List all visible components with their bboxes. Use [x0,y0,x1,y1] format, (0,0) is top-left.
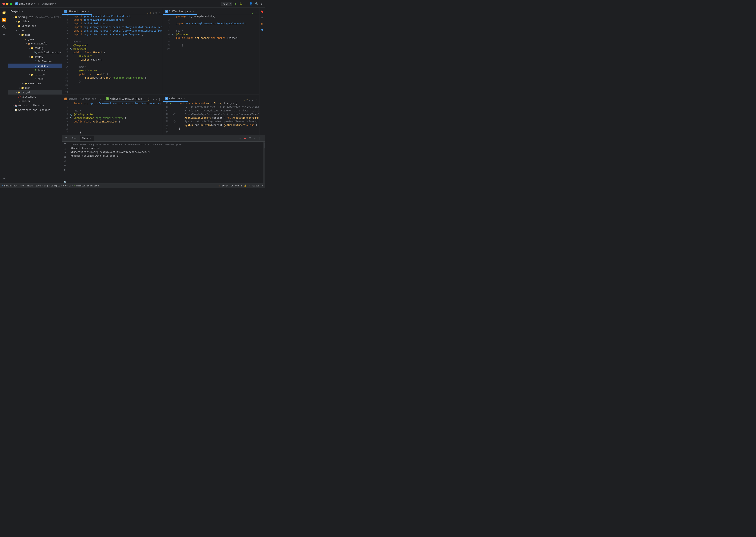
tree-item-springtest[interactable]: ▼ 📁 SpringTest ~/Desktop/CS/JavaEE/2 Jav… [8,15,62,19]
tree-item-target[interactable]: ▶ 📁 target [8,90,62,95]
tree-item-springtest-folder[interactable]: ▶ 📁 SpringTest [8,24,62,28]
terminal-scroll-top[interactable]: ∧ [63,147,67,150]
terminal-icon-text[interactable]: T [64,136,68,141]
tree-item-idea[interactable]: ▶ 📁 .idea [8,19,62,24]
more-options-icon[interactable]: ⋮ [158,12,161,15]
more-options-bottom[interactable]: ⋮ [158,98,161,101]
tree-item-org-example[interactable]: ▼ 📦 org.example [8,41,62,46]
tree-item-test[interactable]: ▶ 📁 test [8,86,62,90]
close-main-tab[interactable]: ✕ [183,97,186,100]
expand-icon[interactable]: ⤢ [261,185,263,187]
ai-icon[interactable]: ✦ [260,33,264,38]
terminal-type-icon[interactable]: T [63,143,67,146]
tree-item-pomxml[interactable]: m pom.xml [8,99,62,103]
tab-main-terminal[interactable]: Main ✕ [80,136,94,141]
more-terminal[interactable]: ⋮ [258,136,262,141]
encoding-indicator[interactable]: UTF-8 [235,185,242,187]
tab-student-java[interactable]: J Student.java ✕ [63,9,92,15]
code-line-16: 16 [63,62,163,65]
tree-item-artteacher[interactable]: C ArtTeacher [8,59,62,63]
tree-item-gitignore[interactable]: 🚫 .gitignore [8,95,62,99]
profile-button[interactable]: 👤 [249,2,252,5]
more-button[interactable]: ⋯ [245,2,246,5]
tree-item-teacher[interactable]: I Teacher [8,68,62,72]
close-student-tab[interactable]: ✕ [87,10,90,13]
tab-run[interactable]: Run [70,136,78,141]
tree-item-external-libs[interactable]: ▶ 📚 External Libraries [8,103,62,108]
maximize-dot[interactable] [10,3,12,5]
activity-vcs[interactable]: 🔀 [1,17,7,23]
close-pom-tab[interactable]: ✕ [99,98,102,101]
minimize-dot[interactable] [6,3,9,5]
project-name[interactable]: ST SpringTest ▼ [15,2,35,5]
run-config-selector[interactable]: Main ▼ [221,2,233,6]
terminal-panel: T Run Main ✕ ↺ ■ ⛨ ⇄ ⋮ T [63,135,265,183]
scroll-down-main[interactable]: ∨ [252,99,254,102]
tab-main-java[interactable]: J Main.java ✕ [163,96,188,102]
window-controls [2,3,12,5]
scroll-up-bottom[interactable]: ∧ [153,98,154,101]
tree-item-scratches[interactable]: ▶ 📝 Scratches and Consoles [8,108,62,112]
line-col-indicator[interactable]: 10:14 [222,185,229,187]
terminal-up-icon[interactable]: ↑ [63,172,67,175]
more-options-main[interactable]: ⋮ [255,99,258,102]
terminal-tab-bar: T Run Main ✕ ↺ ■ ⛨ ⇄ ⋮ [63,135,265,142]
search-button[interactable]: 🔍 [255,2,258,5]
debug-button[interactable]: 🐛 [239,2,243,5]
tab-pomxml[interactable]: m pom.xml (SpringTest) ✕ [63,96,104,102]
terminal-wrap-icon[interactable]: ⏎ [63,160,67,163]
tree-item-resources[interactable]: ▶ 📁 resources [8,81,62,86]
bookmark-icon[interactable]: 🔖 [260,9,264,14]
filter-icon[interactable]: ⇄ [253,136,257,141]
tree-item-config[interactable]: ▼ 📁 config [8,46,62,50]
more-artteacher[interactable]: ⋮ [255,12,258,15]
tree-item-student[interactable]: C Student [8,63,62,68]
stop-icon[interactable]: ■ [243,136,247,141]
close-main-terminal[interactable]: ✕ [89,137,92,140]
activity-project[interactable]: 📁 [1,9,7,16]
scroll-down-icon[interactable]: ∨ [156,12,157,15]
vcs-icon[interactable]: ✓ [2,185,3,187]
terminal-collapse-icon[interactable]: ⊟ [63,164,67,167]
tree-item-main-class[interactable]: C Main [8,77,62,81]
terminal-block-icon[interactable]: ▦ [63,155,67,158]
activity-more[interactable]: ⋯ [1,175,7,182]
scroll-up-icon[interactable]: ∧ [153,12,154,15]
terminal-output-2: Student(teacher=org.example.entity.ArtTe… [70,150,261,154]
terminal-scrollbar[interactable] [263,142,265,183]
branch-selector[interactable]: ⎇ master ▼ [42,2,56,5]
terminal-search-icon[interactable]: 🔍 [63,181,67,183]
coverage-icon[interactable]: ⛨ [248,136,252,141]
terminal-expand-icon[interactable]: ▶ [63,168,67,171]
kotlin-version-icon[interactable]: K [219,185,220,187]
tree-item-entity[interactable]: ▼ 📁 entity [8,55,62,59]
tree-item-main-folder[interactable]: ▼ 📁 main [8,33,62,37]
tree-item-mainconfiguration[interactable]: 🔧 MainConfiguration [8,50,62,55]
tree-item-java[interactable]: ▼ ☕ java [8,37,62,41]
kotlin-icon[interactable]: m [260,21,264,26]
scroll-up-main[interactable]: ∧ [249,99,250,102]
git-icon[interactable]: ● [260,27,264,32]
close-dot[interactable] [2,3,5,5]
tree-item-service[interactable]: ▼ 📁 service [8,72,62,77]
tab-mainconfig-java[interactable]: ⚙ MainConfiguration.java ✕ [104,96,148,102]
sidebar-header: Project ▼ [8,8,62,15]
terminal-scroll-bot[interactable]: ∨ [63,151,67,154]
rerun-icon[interactable]: ↺ [238,136,242,141]
close-artteacher-tab[interactable]: ✕ [192,10,195,13]
tab-artteacher-java[interactable]: J ArtTeacher.java ✕ [163,9,197,15]
activity-run[interactable]: ▶ [1,31,7,37]
tree-item-src[interactable]: ▼ src src [8,28,62,33]
indent-indicator[interactable]: 4 spaces [249,185,259,187]
settings-button[interactable]: ⚙ [261,2,262,5]
structure-icon[interactable]: ≡ [260,15,264,20]
scroll-down-bottom[interactable]: ∨ [156,98,157,101]
at-line-7: 7 public class ArtTeacher implements Tea… [163,37,259,40]
activity-plugins[interactable]: 🔌 [1,24,7,30]
lf-indicator[interactable]: LF [231,185,233,187]
main-code: 15 ▶ public static void main(String[] ar… [163,102,259,135]
close-mainconfig-tab[interactable]: ✕ [143,97,146,100]
terminal-down-icon[interactable]: ↓ [63,177,67,180]
run-button[interactable]: ▶ [235,2,237,6]
lock-icon[interactable]: 🔒 [244,185,247,187]
